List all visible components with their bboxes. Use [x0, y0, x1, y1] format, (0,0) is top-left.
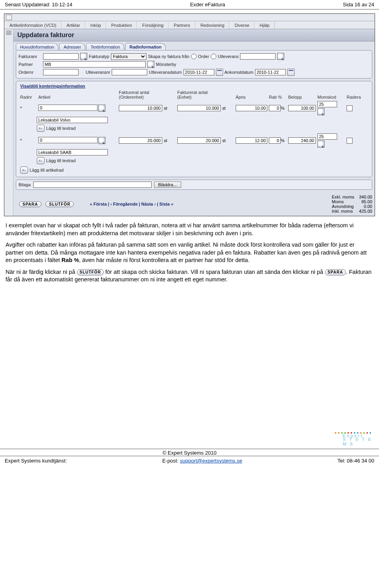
doc-title: Exder eFaktura	[190, 2, 225, 7]
utleveransnr-input[interactable]	[112, 69, 147, 75]
lines-panel: Visa/dölj konteringsinformation Radnr Ar…	[16, 81, 372, 177]
page-heading-band: Uppdatera fakturor	[13, 29, 375, 41]
menu-item[interactable]: Redovisning	[195, 22, 230, 29]
ordernr-input[interactable]	[43, 69, 79, 75]
skapa-value-input[interactable]	[240, 53, 276, 60]
belopp-input[interactable]	[288, 137, 316, 144]
total-label: Avrundning	[332, 204, 354, 209]
label-partner: Partner	[19, 62, 41, 67]
artikel-name-input[interactable]	[37, 149, 108, 155]
updated-text: Senast Uppdaterad: 10-12-14	[5, 2, 72, 7]
add-icon[interactable]: ≡₊	[37, 157, 45, 164]
artikel-name-input[interactable]	[37, 117, 108, 123]
add-textrad-label[interactable]: Lägg till textrad	[46, 126, 76, 131]
paragraph: Avgifter och rabatter kan införas på fak…	[6, 241, 373, 264]
ankomstdatum-input[interactable]	[255, 69, 286, 75]
belopp-input[interactable]	[288, 105, 316, 111]
utleveransdatum-input[interactable]	[184, 69, 214, 75]
menu-item[interactable]: Diverse	[229, 22, 254, 29]
window-chrome	[4, 14, 375, 21]
search-icon[interactable]	[80, 53, 87, 60]
momskod-input[interactable]	[317, 101, 337, 107]
home-icon[interactable]	[6, 15, 12, 20]
add-icon[interactable]: ≡₊	[37, 125, 45, 132]
calendar-icon[interactable]	[216, 69, 223, 76]
footer-left: Expert Systems kundtjänst:	[5, 458, 67, 464]
artikel-input[interactable]	[38, 137, 98, 143]
fakturatyp-select[interactable]: Faktura	[111, 53, 146, 60]
tab-huvudinformation[interactable]: Huvudinformation	[16, 43, 58, 50]
add-icon[interactable]: ≡₊	[20, 167, 28, 174]
tab-adresser[interactable]: Adresser	[59, 43, 85, 50]
search-icon[interactable]	[98, 105, 105, 112]
menu-item[interactable]: Artikelinformation (VCD)	[4, 22, 62, 29]
label-fakturatyp: Fakturatyp	[89, 54, 109, 59]
menu-item[interactable]: Försäljning	[137, 22, 169, 29]
apris-input[interactable]	[236, 105, 267, 111]
grid-header: Radnr Artikel Fakturerat antal (Orderenh…	[19, 89, 370, 100]
toggle-kontering-link[interactable]: Visa/dölj konteringsinformation	[20, 84, 85, 88]
search-icon[interactable]	[317, 108, 325, 115]
menu-item[interactable]: Partners	[169, 22, 195, 29]
unit-order: st	[164, 138, 176, 143]
menu-item[interactable]: Artiklar	[62, 22, 85, 29]
label-fakturanr: Fakturanr	[19, 54, 41, 59]
document-header: Senast Uppdaterad: 10-12-14 Exder eFaktu…	[0, 0, 379, 8]
slutfor-button[interactable]: SLUTFÖR	[45, 201, 74, 207]
label-utleveransdatum: Utleveransdatum	[149, 70, 182, 75]
search-icon[interactable]	[317, 140, 325, 148]
page-title: Uppdatera fakturor	[17, 32, 371, 39]
menu-item[interactable]: Hjälp	[255, 22, 275, 29]
tab-textinformation[interactable]: Textinformation	[86, 43, 124, 50]
fakturanr-input[interactable]	[43, 53, 79, 60]
calendar-icon[interactable]	[287, 69, 295, 76]
add-artikelrad-label[interactable]: Lägg till artikelrad	[30, 168, 64, 172]
label-ordernr: Ordernr	[19, 70, 41, 75]
search-icon[interactable]	[277, 53, 284, 60]
qty-enhet-input[interactable]	[177, 105, 221, 111]
label-bilaga: Bilaga	[19, 182, 31, 187]
col-artikel: Artikel	[38, 95, 117, 99]
label-skapa: Skapa ny faktura från	[148, 54, 190, 59]
totals: Exkl. moms340.00 Moms85.00 Avrundning0.0…	[332, 195, 373, 213]
menu-item[interactable]: Produktion	[106, 22, 137, 29]
partner-input[interactable]	[43, 61, 146, 67]
total-value: 0.00	[364, 204, 372, 209]
search-icon[interactable]	[98, 137, 105, 144]
col-fakt-enhet: Fakturerat antal (Enhet)	[177, 90, 221, 99]
rail-icon[interactable]	[6, 31, 11, 35]
spara-button[interactable]: SPARA	[19, 201, 41, 207]
menu-item[interactable]: Inköp	[85, 22, 106, 29]
browse-button[interactable]: Bläddra...	[154, 182, 181, 188]
apris-input[interactable]	[236, 137, 267, 144]
delete-checkbox[interactable]	[347, 138, 353, 144]
qty-enhet-input[interactable]	[177, 137, 221, 144]
col-rab: Rab %	[269, 95, 287, 99]
pager[interactable]: « Första | ‹ Föregående | Nästa › | Sist…	[90, 202, 173, 206]
footer-right: Tel: 08-46 34 00	[338, 458, 374, 464]
body-text: I exemplet ovan har vi skapat och fyllt …	[0, 221, 379, 291]
total-label: Moms	[332, 199, 344, 204]
support-email-link[interactable]: support@expertsystems.se	[180, 458, 242, 464]
momskod-input[interactable]	[317, 133, 337, 140]
bilaga-input[interactable]	[33, 182, 152, 188]
col-fakt-order: Fakturerat antal (Orderenhet)	[119, 90, 162, 99]
qty-order-input[interactable]	[119, 137, 162, 144]
radio-order[interactable]	[191, 54, 197, 59]
line-subrow	[19, 148, 370, 156]
add-textrad-label[interactable]: Lägg till textrad	[46, 158, 76, 163]
inline-slutfor: SLUTFÖR	[77, 269, 104, 275]
search-icon[interactable]	[147, 61, 154, 68]
tab-radinformation[interactable]: Radinformation	[125, 43, 166, 50]
rab-input[interactable]	[269, 137, 281, 144]
header-panel: Fakturanr Fakturatyp Faktura Skapa ny fa…	[16, 50, 372, 79]
left-rail	[4, 29, 13, 216]
delete-checkbox[interactable]	[347, 105, 353, 111]
artikel-input[interactable]	[38, 105, 98, 111]
unit-enhet: st	[222, 138, 234, 143]
qty-order-input[interactable]	[119, 105, 162, 111]
line-subrow	[19, 116, 370, 124]
unit-order: st	[164, 106, 176, 110]
rab-input[interactable]	[269, 105, 281, 111]
radio-utleverans[interactable]	[211, 54, 216, 59]
